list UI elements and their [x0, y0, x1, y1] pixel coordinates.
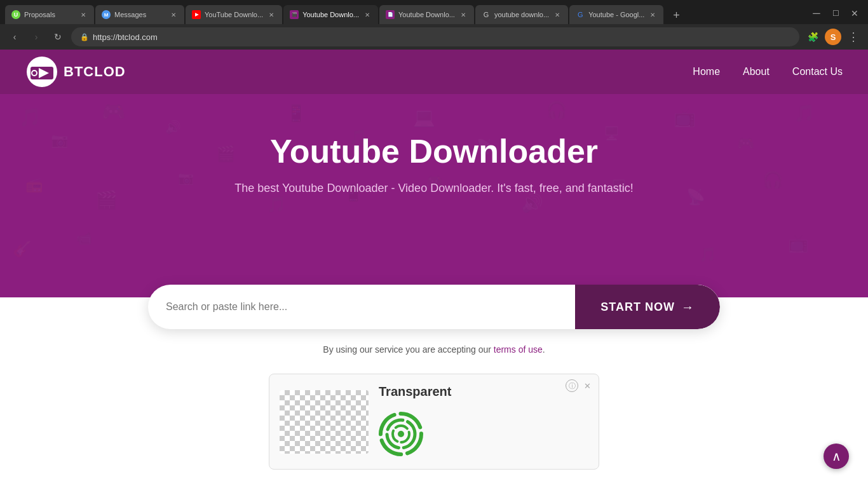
upwork-favicon: U	[11, 10, 20, 19]
menu-button[interactable]: ⋮	[845, 29, 862, 45]
browser-chrome: U Proposals ✕ M Messages ✕ ▶ YouTube Dow…	[0, 0, 868, 50]
tab-yt-dl-1-label: YouTube Downlo...	[205, 11, 263, 18]
tab-yt-google-label: Youtube - Googl...	[588, 11, 644, 18]
tab-proposals-close[interactable]: ✕	[79, 10, 88, 19]
search-section: START NOW → By using our service you are…	[0, 297, 868, 367]
tab-proposals[interactable]: U Proposals ✕	[5, 5, 94, 24]
ad-info-row: ⓘ ✕	[566, 379, 593, 392]
ad-logo	[379, 412, 588, 459]
svg-point-8	[398, 431, 404, 437]
tab-yt-dl-3-close[interactable]: ✕	[553, 10, 562, 19]
website: BTCLOD Home About Contact Us 🎵 📷 🎮 🔊 🎬 📱…	[0, 50, 868, 482]
start-now-button[interactable]: START NOW →	[575, 285, 720, 329]
nav-links: Home About Contact Us	[693, 66, 843, 78]
tab-messages-close[interactable]: ✕	[169, 10, 178, 19]
toolbar-right: 🧩 S ⋮	[804, 29, 862, 45]
tab-btclod-close[interactable]: ✕	[363, 10, 372, 19]
hero-background: 🎵 📷 🎮 🔊 🎬 📱 🎵 💻 📡 🎧 🖥️ 📺 🎮 🎵 📻 🎬 📷 🎵 📱 🎮…	[0, 94, 868, 297]
tab-messages-label: Messages	[114, 11, 165, 18]
terms-after: .	[543, 344, 545, 355]
terms-link[interactable]: terms of use	[494, 344, 543, 355]
close-window-button[interactable]: ✕	[846, 5, 863, 22]
profile-button[interactable]: S	[825, 29, 841, 45]
search-area: START NOW →	[0, 297, 868, 329]
nav-home[interactable]: Home	[693, 66, 720, 78]
ad-area: ⓘ ✕ Transparent	[0, 367, 868, 482]
ad-image	[280, 390, 369, 454]
nav-about[interactable]: About	[743, 66, 770, 78]
tab-yt-google[interactable]: G Youtube - Googl... ✕	[569, 5, 663, 24]
ad-content: Transparent	[379, 384, 588, 459]
tab-yt-dl-3-label: youtube downlo...	[494, 11, 549, 18]
tab-yt-dl-2-close[interactable]: ✕	[459, 10, 468, 19]
hero-title: Youtube Downloader	[25, 132, 843, 170]
tab-yt-dl-3[interactable]: G youtube downlo... ✕	[475, 5, 568, 24]
tab-yt-dl-2[interactable]: 📄 Youtube Downlo... ✕	[379, 5, 474, 24]
terms-text: By using our service you are accepting o…	[0, 329, 868, 367]
address-bar[interactable]: 🔒 https://btclod.com	[71, 27, 799, 46]
lock-icon: 🔒	[80, 33, 89, 41]
google-favicon-1: G	[482, 10, 491, 19]
hero-section: 🎵 📷 🎮 🔊 🎬 📱 🎵 💻 📡 🎧 🖥️ 📺 🎮 🎵 📻 🎬 📷 🎵 📱 🎮…	[0, 94, 868, 297]
hero-subtitle: The best Youtube Downloader - Video Down…	[25, 182, 843, 195]
extensions-button[interactable]: 🧩	[804, 29, 821, 45]
ad-label: Transparent	[379, 384, 588, 399]
terms-before: By using our service you are accepting o…	[323, 344, 493, 355]
scroll-to-top-button[interactable]: ∧	[824, 444, 849, 469]
minimize-button[interactable]: ─	[808, 5, 825, 22]
browser-tabs: U Proposals ✕ M Messages ✕ ▶ YouTube Dow…	[0, 0, 868, 24]
ad-close-button[interactable]: ✕	[581, 379, 593, 392]
logo-icon	[25, 55, 58, 88]
btclod-favicon: 🎬	[290, 10, 299, 19]
tab-proposals-label: Proposals	[24, 11, 75, 18]
google-favicon-2: G	[576, 10, 585, 19]
btclod-favicon-2: 📄	[386, 10, 395, 19]
search-container: START NOW →	[148, 285, 720, 329]
tab-yt-google-close[interactable]: ✕	[648, 10, 657, 19]
ad-info-button[interactable]: ⓘ	[566, 379, 578, 392]
arrow-icon: →	[681, 300, 695, 315]
messages-favicon: M	[102, 10, 111, 19]
tab-btclod-label: Youtube Downlo...	[302, 11, 359, 18]
tab-yt-dl-1-close[interactable]: ✕	[267, 10, 276, 19]
browser-toolbar: ‹ › ↻ 🔒 https://btclod.com 🧩 S ⋮	[0, 24, 868, 50]
logo-name: BTCLOD	[64, 64, 126, 80]
ad-container: ⓘ ✕ Transparent	[269, 374, 599, 470]
start-now-label: START NOW	[600, 301, 675, 314]
svg-point-4	[32, 71, 36, 75]
site-logo: BTCLOD	[25, 55, 126, 88]
tab-yt-dl-1[interactable]: ▶ YouTube Downlo... ✕	[186, 5, 282, 24]
tab-messages[interactable]: M Messages ✕	[95, 5, 184, 24]
spiral-icon	[379, 412, 423, 456]
maximize-button[interactable]: ☐	[827, 5, 844, 22]
search-input[interactable]	[148, 285, 575, 329]
back-button[interactable]: ‹	[6, 29, 23, 45]
refresh-button[interactable]: ↻	[50, 29, 66, 45]
scroll-top-icon: ∧	[832, 449, 841, 464]
forward-button[interactable]: ›	[28, 29, 44, 45]
new-tab-button[interactable]: +	[667, 6, 685, 24]
tab-yt-dl-2-label: Youtube Downlo...	[398, 11, 455, 18]
site-nav: BTCLOD Home About Contact Us	[0, 50, 868, 94]
yt-favicon-1: ▶	[192, 10, 201, 19]
tab-btclod-active[interactable]: 🎬 Youtube Downlo... ✕	[283, 5, 378, 24]
nav-contact[interactable]: Contact Us	[792, 66, 843, 78]
address-text: https://btclod.com	[93, 32, 158, 42]
